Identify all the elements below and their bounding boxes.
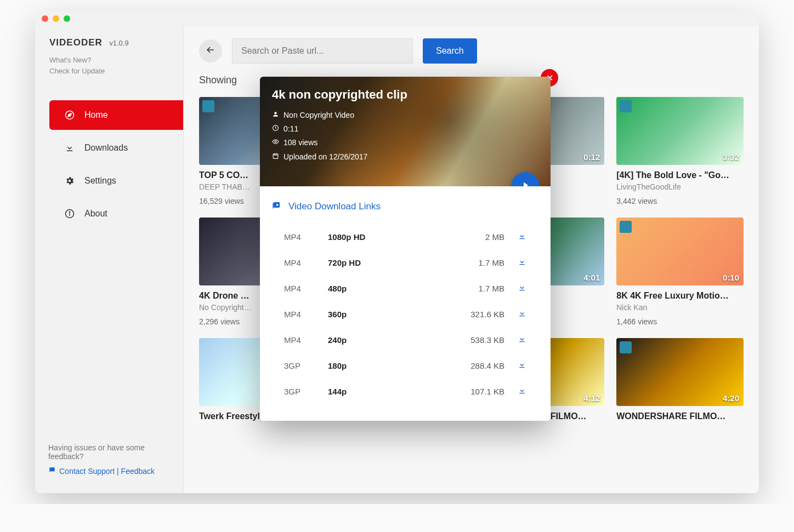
info-icon	[64, 208, 76, 220]
gear-icon	[64, 175, 76, 187]
calendar-icon	[272, 150, 279, 164]
back-button[interactable]	[199, 39, 222, 62]
minimize-window-icon[interactable]	[53, 15, 59, 22]
download-format: 3GP	[284, 361, 328, 370]
modal-body: Video Download Links MP4 1080p HD 2 MB M…	[260, 186, 551, 421]
download-button[interactable]	[504, 335, 526, 345]
download-row: MP4 720p HD 1.7 MB	[272, 250, 538, 276]
modal-channel: Non Copyright Video	[283, 108, 354, 122]
download-format: MP4	[284, 258, 328, 267]
search-input[interactable]	[232, 38, 413, 64]
video-duration: 0:12	[583, 152, 600, 162]
download-row: MP4 480p 1.7 MB	[272, 276, 538, 301]
download-button[interactable]	[504, 258, 526, 268]
video-duration: 4:20	[723, 393, 739, 403]
download-size: 321.6 KB	[444, 310, 504, 319]
video-card[interactable]: 0:10 8K 4K Free Luxury Motio… Nick Kan 1…	[616, 218, 744, 326]
download-icon	[64, 142, 76, 154]
download-icon	[518, 361, 526, 369]
sidebar-item-downloads[interactable]: Downloads	[49, 133, 183, 163]
brand-sublinks: What's New? Check for Update	[35, 52, 183, 89]
source-badge-icon	[202, 100, 214, 112]
video-duration: 4:12	[583, 393, 600, 403]
download-icon	[518, 386, 526, 395]
svg-point-7	[275, 141, 276, 142]
download-size: 288.4 KB	[444, 361, 504, 370]
download-button[interactable]	[504, 283, 526, 294]
chat-icon	[48, 466, 56, 476]
video-duration: 3:32	[723, 152, 739, 162]
download-size: 538.3 KB	[444, 335, 504, 345]
download-quality: 144p	[328, 387, 444, 396]
video-title: 8K 4K Free Luxury Motio…	[616, 291, 744, 301]
sidebar-item-about[interactable]: About	[49, 199, 183, 228]
sidebar-item-home[interactable]: Home	[49, 100, 183, 130]
search-button[interactable]: Search	[423, 38, 477, 64]
download-format: MP4	[284, 310, 328, 319]
sidebar: VIDEODER v1.0.9 What's New? Check for Up…	[35, 26, 183, 493]
compass-icon	[64, 109, 76, 121]
download-format: 3GP	[284, 387, 328, 396]
close-window-icon[interactable]	[42, 15, 48, 22]
svg-point-5	[274, 112, 276, 114]
download-button[interactable]	[504, 386, 526, 397]
download-format: MP4	[284, 232, 328, 242]
download-rows: MP4 1080p HD 2 MB MP4 720p HD 1.7 MB MP4…	[272, 224, 538, 404]
video-card[interactable]: 3:32 [4K] The Bold Love - "Go… LivingThe…	[616, 97, 744, 205]
download-icon	[518, 283, 526, 292]
download-icon	[518, 258, 526, 266]
video-thumbnail: 0:10	[616, 218, 744, 285]
download-row: 3GP 180p 288.4 KB	[272, 353, 538, 379]
download-icon	[518, 232, 526, 241]
download-row: MP4 360p 321.6 KB	[272, 301, 538, 327]
modal-duration-row: 0:11	[272, 122, 538, 136]
video-channel: LivingTheGoodLife	[616, 182, 744, 191]
arrow-left-icon	[205, 44, 216, 58]
download-row: MP4 1080p HD 2 MB	[272, 224, 538, 250]
app-version: v1.0.9	[109, 39, 128, 47]
source-badge-icon	[620, 341, 632, 353]
sidebar-nav: Home Downloads Settings	[35, 100, 183, 232]
video-title: [4K] The Bold Love - "Go…	[616, 170, 744, 180]
download-icon	[518, 335, 526, 344]
download-quality: 720p HD	[328, 258, 444, 267]
download-format: MP4	[284, 284, 328, 293]
download-links-header: Video Download Links	[272, 199, 538, 213]
maximize-window-icon[interactable]	[64, 15, 70, 22]
download-button[interactable]	[504, 361, 526, 371]
video-icon	[272, 199, 283, 213]
download-button[interactable]	[504, 232, 526, 242]
download-quality: 1080p HD	[328, 232, 444, 242]
download-section-title: Video Download Links	[288, 201, 381, 212]
footer-text: Having issues or have some feedback?	[48, 443, 170, 461]
whats-new-link[interactable]: What's New?	[49, 55, 169, 66]
play-button[interactable]	[511, 172, 540, 186]
topbar: Search	[184, 26, 759, 75]
svg-point-4	[69, 211, 70, 213]
download-button[interactable]	[504, 309, 526, 319]
video-title: WONDERSHARE FILMO…	[616, 411, 744, 421]
user-icon	[272, 108, 279, 122]
sidebar-item-settings[interactable]: Settings	[49, 166, 183, 196]
video-duration: 0:10	[723, 273, 739, 282]
video-card[interactable]: 4:20 WONDERSHARE FILMO…	[616, 338, 744, 421]
sidebar-item-label: Home	[84, 110, 108, 120]
video-thumbnail: 4:20	[616, 338, 744, 406]
check-update-link[interactable]: Check for Update	[49, 66, 169, 77]
sidebar-item-label: Settings	[84, 176, 116, 186]
download-quality: 180p	[328, 361, 444, 370]
svg-rect-8	[273, 153, 278, 158]
clock-icon	[272, 122, 279, 136]
video-duration: 4:01	[583, 273, 600, 282]
modal-uploaded-row: Uploaded on 12/26/2017	[272, 150, 538, 164]
download-size: 107.1 KB	[444, 387, 504, 396]
app-name: VIDEODER	[49, 37, 103, 48]
download-size: 1.7 MB	[444, 284, 504, 293]
download-quality: 480p	[328, 284, 444, 293]
contact-support-link[interactable]: Contact Support | Feedback	[48, 466, 170, 476]
titlebar	[35, 11, 759, 26]
modal-hero: 4k non copyrighted clip Non Copyright Vi…	[260, 77, 551, 186]
modal-title: 4k non copyrighted clip	[272, 88, 538, 102]
footer-link-label: Contact Support | Feedback	[59, 467, 155, 476]
app-window: VIDEODER v1.0.9 What's New? Check for Up…	[35, 11, 759, 493]
